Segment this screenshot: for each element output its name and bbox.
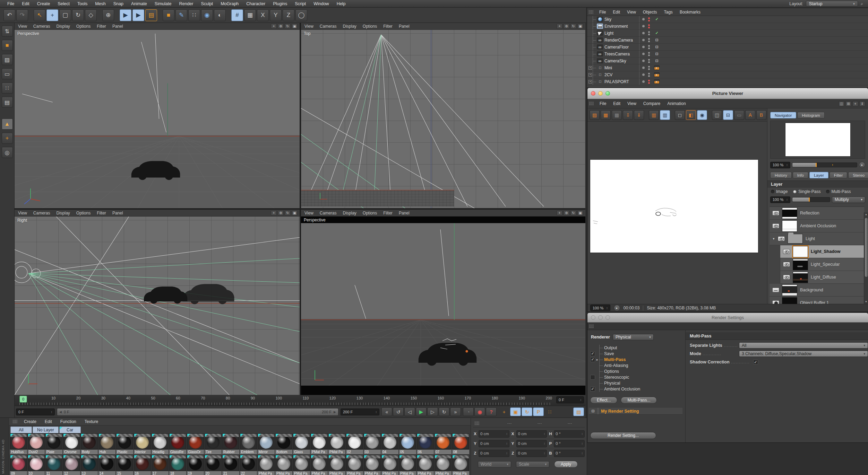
menu-item[interactable]: Tools bbox=[74, 0, 91, 8]
material-layer-tab[interactable]: No Layer bbox=[33, 426, 59, 433]
render-setting-button[interactable]: Render Setting... bbox=[590, 432, 656, 439]
drag-handle-icon[interactable] bbox=[588, 10, 594, 14]
close-icon[interactable] bbox=[591, 315, 595, 320]
object-manager-menu-item[interactable]: Edit bbox=[609, 8, 624, 16]
render-preset-row[interactable]: My Render Setting bbox=[589, 408, 682, 415]
picture-viewer-menu-item[interactable]: File bbox=[596, 100, 610, 107]
render-pass-layer-row[interactable]: ▼ Object Buffer 1 bbox=[770, 297, 864, 304]
material-item[interactable]: PMat Pa bbox=[399, 455, 416, 475]
pan-view-icon[interactable]: + bbox=[557, 24, 562, 29]
material-item[interactable]: HubRus bbox=[10, 433, 27, 455]
object-name[interactable]: 2CV bbox=[604, 72, 639, 77]
object-row[interactable]: + Light bbox=[587, 30, 868, 37]
stepper-icon[interactable]: ↕ bbox=[582, 432, 583, 436]
toggle-parameter-icon[interactable]: P bbox=[533, 407, 544, 416]
layer-dot-icon[interactable] bbox=[642, 73, 645, 76]
material-item[interactable]: 04 bbox=[381, 433, 399, 455]
render-pass-layer-row[interactable]: ▼ Reflection bbox=[770, 207, 864, 220]
rotate-tool-icon[interactable]: ↻ bbox=[72, 9, 84, 21]
render-pass-layer-row[interactable]: ▼ Background bbox=[770, 284, 864, 297]
object-row[interactable]: + Sky bbox=[587, 16, 868, 23]
menu-item[interactable]: Animate bbox=[127, 0, 151, 8]
zoom-view-icon[interactable]: ⊕ bbox=[278, 210, 284, 215]
ab-panel-icon[interactable]: ◫ bbox=[712, 110, 722, 120]
object-name[interactable]: Sky bbox=[604, 17, 639, 22]
object-manager-menu-item[interactable]: Bookmarks bbox=[676, 8, 704, 16]
object-tag-icon[interactable] bbox=[654, 59, 660, 63]
material-item[interactable]: PMat Pa bbox=[363, 455, 381, 475]
material-item[interactable]: 13 bbox=[80, 455, 98, 475]
material-item[interactable]: PMat Pa bbox=[381, 455, 399, 475]
object-row[interactable]: + Environment bbox=[587, 23, 868, 30]
snap-icon[interactable]: # bbox=[231, 9, 243, 21]
zoom-view-icon[interactable]: ⊕ bbox=[278, 24, 284, 29]
pan-view-icon[interactable]: + bbox=[557, 210, 562, 215]
scrollbar-thumb[interactable] bbox=[865, 218, 868, 277]
material-item[interactable]: Dust2 bbox=[27, 433, 45, 455]
viewport-menu-item[interactable]: View bbox=[304, 24, 313, 29]
render-pass-layer-row[interactable]: ▼ Light_Specular bbox=[780, 258, 864, 271]
stepper-icon[interactable]: ↕ bbox=[582, 442, 583, 445]
renderer-select[interactable]: Physical▾ bbox=[613, 334, 654, 340]
object-tag-icon[interactable] bbox=[654, 24, 660, 28]
option-select[interactable]: All▾ bbox=[739, 342, 868, 349]
material-item[interactable]: Body bbox=[80, 433, 98, 455]
visibility-eye-icon[interactable] bbox=[778, 236, 785, 241]
object-tag-icon[interactable] bbox=[654, 38, 660, 42]
viewport-menu-item[interactable]: Cameras bbox=[33, 24, 50, 29]
expand-icon[interactable]: + bbox=[588, 73, 592, 77]
stepper-icon[interactable]: ↕ bbox=[786, 163, 788, 167]
viewport-menu-item[interactable]: Filter bbox=[97, 211, 106, 215]
material-item[interactable]: 19 bbox=[187, 455, 204, 475]
render-settings-button[interactable]: Multi-Pass... bbox=[621, 397, 657, 404]
material-item[interactable]: PMat Pa bbox=[328, 433, 346, 455]
layer-dot-icon[interactable] bbox=[642, 39, 645, 41]
object-tag-icon[interactable] bbox=[654, 31, 660, 35]
viewport-right-canvas[interactable]: Right bbox=[15, 217, 300, 395]
layer-opacity-field[interactable]: 100 %↕ bbox=[770, 196, 790, 203]
object-row[interactable]: + TreesCamera bbox=[587, 51, 868, 58]
material-item[interactable]: Mirror bbox=[257, 433, 275, 455]
menu-item[interactable]: Window bbox=[310, 0, 333, 8]
toggle-rotation-icon[interactable]: ↻ bbox=[522, 407, 532, 416]
close-icon[interactable] bbox=[591, 91, 595, 96]
menu-item[interactable]: MoGraph bbox=[217, 0, 242, 8]
add-environment-icon[interactable]: ◐ bbox=[214, 9, 226, 21]
stepper-icon[interactable]: ↕ bbox=[786, 198, 788, 201]
material-item[interactable]: PMat Pa bbox=[346, 455, 363, 475]
panel-detach-icon[interactable]: ⊞ bbox=[845, 101, 851, 106]
render-settings-category[interactable]: Save bbox=[587, 351, 685, 357]
rotate-view-icon[interactable]: ↻ bbox=[570, 24, 576, 29]
visibility-eye-icon[interactable] bbox=[783, 249, 790, 254]
visibility-dots-icon[interactable] bbox=[648, 80, 650, 84]
object-row[interactable]: + CameraSky bbox=[587, 58, 868, 64]
pv-separator[interactable] bbox=[708, 110, 711, 120]
single-view-icon[interactable]: ◻ bbox=[675, 110, 685, 120]
layers-scrollbar[interactable]: ▲ ▼ bbox=[864, 212, 868, 304]
layer-name[interactable]: Ambient Occlusion bbox=[800, 223, 836, 228]
coord-space-select[interactable]: World▾ bbox=[478, 461, 511, 468]
image-zoom-field[interactable]: 100 %↕ bbox=[590, 305, 610, 311]
object-tag-icon[interactable] bbox=[654, 52, 660, 56]
menu-item[interactable]: Sculpt bbox=[197, 0, 217, 8]
redo-icon[interactable]: ↷ bbox=[16, 9, 28, 21]
rotate-view-icon[interactable]: ↻ bbox=[285, 210, 291, 215]
expand-triangle-icon[interactable]: ▼ bbox=[772, 237, 775, 240]
object-row[interactable]: + Mini bbox=[587, 64, 868, 71]
layer-name[interactable]: Object Buffer 1 bbox=[800, 300, 829, 304]
viewport-menu-item[interactable]: View bbox=[304, 211, 313, 215]
polygons-mode-icon[interactable]: ▲ bbox=[2, 118, 13, 130]
option-select[interactable]: 3 Channels: Diffuse,Specular,Shadow▾ bbox=[739, 351, 868, 357]
layout-select[interactable]: Startup▾ bbox=[806, 1, 858, 7]
lock-y-icon[interactable]: Y bbox=[270, 9, 282, 21]
pan-view-icon[interactable]: + bbox=[271, 210, 277, 215]
set-b-icon[interactable]: B bbox=[756, 110, 766, 120]
layer-dot-icon[interactable] bbox=[642, 25, 645, 27]
layer-dot-icon[interactable] bbox=[642, 46, 645, 48]
zoom-view-icon[interactable]: ⊕ bbox=[564, 210, 569, 215]
panel-scale-icon[interactable]: ⇕ bbox=[859, 101, 865, 106]
navigator-zoom-field[interactable]: 100 %↕ bbox=[770, 162, 790, 168]
layer-name[interactable]: Light_Shadow bbox=[811, 249, 840, 254]
visibility-eye-icon[interactable] bbox=[783, 262, 790, 267]
viewport-perspective-canvas[interactable]: Perspective bbox=[15, 30, 300, 208]
